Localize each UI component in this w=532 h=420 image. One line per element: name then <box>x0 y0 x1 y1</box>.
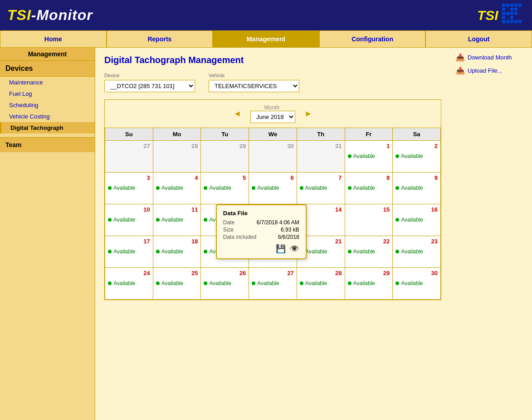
popup-date-value: 6/7/2018 4:06 AM <box>257 219 299 226</box>
svg-rect-17 <box>510 20 513 23</box>
management-label: Management <box>0 48 95 61</box>
popup-data-included-label: Data included <box>223 234 256 240</box>
popup-save-icon[interactable]: 💾 <box>276 244 286 254</box>
cal-cell-may28[interactable]: 28 <box>153 141 201 173</box>
vehicle-selector-group: Vehicle TELEMATICSERVICES <box>209 73 299 92</box>
sidebar: Management Devices Maintenance Fuel Log … <box>0 48 95 420</box>
cal-cell-may29[interactable]: 29 <box>201 141 249 173</box>
device-selector-group: Device __DTCO2 [285 731 101] <box>104 73 195 92</box>
download-icon: 📥 <box>456 53 465 62</box>
svg-rect-15 <box>502 20 505 23</box>
page-title: Digital Tachograph Management <box>104 55 441 65</box>
month-select[interactable]: June 2018 <box>250 111 295 123</box>
selectors: Device __DTCO2 [285 731 101] Vehicle TEL… <box>104 73 441 92</box>
upload-file-action[interactable]: 📤 Upload File... <box>456 66 527 75</box>
cal-cell-jun4[interactable]: 4Available <box>153 173 201 204</box>
data-file-popup: Data File Date 6/7/2018 4:06 AM Size 6.9… <box>216 204 307 259</box>
cal-cell-jun27[interactable]: 27Available <box>249 268 297 300</box>
cal-header-we: We <box>249 128 297 141</box>
popup-data-included-row: Data included 6/6/2018 <box>223 234 299 240</box>
prev-month-button[interactable]: ◄ <box>233 109 241 119</box>
cal-cell-may30[interactable]: 30 <box>249 141 297 173</box>
popup-size-row: Size 6.93 kB <box>223 227 299 233</box>
cal-cell-jun3[interactable]: 3Available <box>105 173 153 204</box>
team-label: Team <box>0 137 95 152</box>
sidebar-item-vehicle-costing[interactable]: Vehicle Costing <box>0 111 95 122</box>
nav-home[interactable]: Home <box>0 30 107 48</box>
popup-date-row: Date 6/7/2018 4:06 AM <box>223 219 299 226</box>
svg-rect-12 <box>514 12 517 15</box>
svg-rect-11 <box>510 12 513 15</box>
right-panel: 📥 Download Month 📤 Upload File... <box>450 48 532 420</box>
nav-reports[interactable]: Reports <box>107 30 213 48</box>
cal-cell-jun16[interactable]: 16Available <box>393 204 441 236</box>
next-month-button[interactable]: ► <box>304 109 312 119</box>
svg-rect-2 <box>506 4 509 7</box>
cal-header-su: Su <box>105 128 153 141</box>
cal-cell-may31[interactable]: 31 <box>297 141 345 173</box>
cal-cell-jun15[interactable]: 15 <box>345 204 393 236</box>
cal-header-tu: Tu <box>201 128 249 141</box>
svg-rect-13 <box>502 16 505 19</box>
nav-configuration[interactable]: Configuration <box>319 30 426 48</box>
vehicle-select[interactable]: TELEMATICSERVICES <box>209 80 299 92</box>
upload-file-label: Upload File... <box>468 67 503 74</box>
sidebar-item-scheduling[interactable]: Scheduling <box>0 99 95 111</box>
cal-cell-jun26[interactable]: 26Available <box>201 268 249 300</box>
cal-cell-jun25[interactable]: 25Available <box>153 268 201 300</box>
popup-view-icon[interactable]: 👁️ <box>289 244 299 254</box>
svg-rect-16 <box>506 20 509 23</box>
cal-header-mo: Mo <box>153 128 201 141</box>
cal-cell-jun10[interactable]: 10Available <box>105 204 153 236</box>
tsi-logo: TSI <box>475 3 525 28</box>
devices-section: Devices <box>0 61 95 77</box>
sidebar-item-digital-tachograph[interactable]: Digital Tachograph <box>0 122 95 133</box>
cal-cell-jun11[interactable]: 11Available <box>153 204 201 236</box>
cal-header-fr: Fr <box>345 128 393 141</box>
svg-rect-19 <box>518 20 522 23</box>
cal-cell-jun1[interactable]: 1Available <box>345 141 393 173</box>
cal-cell-jun28[interactable]: 28Available <box>297 268 345 300</box>
cal-cell-jun5[interactable]: 5Available <box>201 173 249 204</box>
popup-data-included-value: 6/6/2018 <box>278 234 299 240</box>
cal-cell-jun30[interactable]: 30Available <box>393 268 441 300</box>
cal-cell-jun7[interactable]: 7Available <box>297 173 345 204</box>
svg-text:TSI: TSI <box>477 8 498 23</box>
nav-management[interactable]: Management <box>213 30 319 48</box>
nav-logout[interactable]: Logout <box>425 30 532 48</box>
layout: Management Devices Maintenance Fuel Log … <box>0 48 532 420</box>
cal-cell-jun2[interactable]: 2Available <box>393 141 441 173</box>
upload-icon: 📤 <box>456 66 465 75</box>
popup-date-label: Date <box>223 219 234 226</box>
device-select[interactable]: __DTCO2 [285 731 101] <box>104 80 195 92</box>
svg-rect-7 <box>510 8 513 11</box>
svg-rect-4 <box>514 4 517 7</box>
popup-size-label: Size <box>223 227 234 233</box>
cal-cell-jun24[interactable]: 24Available <box>105 268 153 300</box>
header: TSI-Monitor TSI <box>0 0 532 30</box>
download-month-label: Download Month <box>468 54 512 61</box>
popup-actions: 💾 👁️ <box>223 244 299 254</box>
download-month-action[interactable]: 📥 Download Month <box>456 53 527 62</box>
cal-cell-jun9[interactable]: 9Available <box>393 173 441 204</box>
sidebar-item-maintenance[interactable]: Maintenance <box>0 77 95 88</box>
cal-cell-jun23[interactable]: 23Available <box>393 236 441 268</box>
cal-cell-jun22[interactable]: 22Available <box>345 236 393 268</box>
cal-cell-jun29[interactable]: 29Available <box>345 268 393 300</box>
nav-bar: Home Reports Management Configuration Lo… <box>0 30 532 48</box>
sidebar-item-fuel-log[interactable]: Fuel Log <box>0 88 95 99</box>
cal-cell-jun17[interactable]: 17Available <box>105 236 153 268</box>
svg-rect-18 <box>514 20 517 23</box>
cal-cell-jun6[interactable]: 6Available <box>249 173 297 204</box>
cal-cell-jun18[interactable]: 18Available <box>153 236 201 268</box>
svg-rect-8 <box>514 8 517 11</box>
device-label: Device <box>104 73 195 78</box>
cal-cell-jun12[interactable]: 12 Available Data File Date 6/7/2018 4:0… <box>201 204 249 236</box>
cal-cell-may27[interactable]: 27 <box>105 141 153 173</box>
cal-cell-jun8[interactable]: 8Available <box>345 173 393 204</box>
svg-rect-6 <box>502 8 505 11</box>
svg-rect-14 <box>510 16 513 19</box>
svg-rect-9 <box>502 12 505 15</box>
svg-rect-10 <box>506 12 509 15</box>
header-title: TSI-Monitor <box>7 7 93 24</box>
